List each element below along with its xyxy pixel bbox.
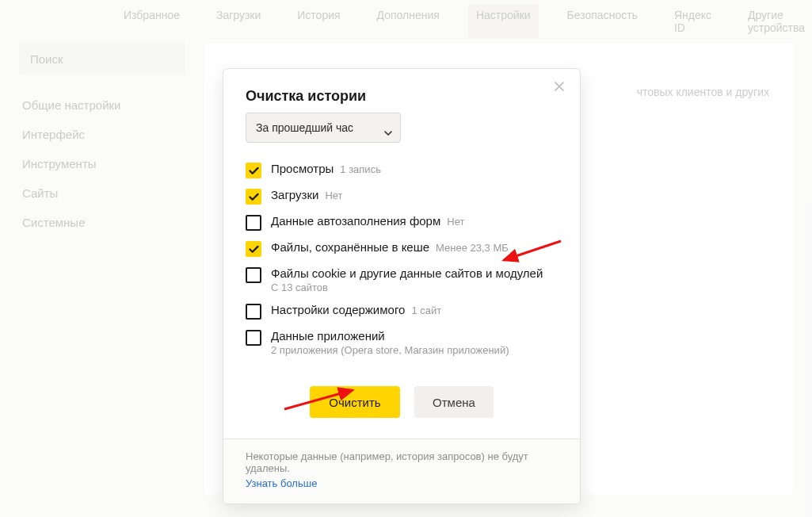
clear-button[interactable]: Очистить	[310, 386, 400, 418]
dialog-footer-note: Некоторые данные (например, история запр…	[246, 450, 558, 474]
checkbox-hint: 1 запись	[340, 163, 381, 175]
checkbox-content-settings[interactable]	[246, 304, 261, 320]
checkbox-label: Файлы cookie и другие данные сайтов и мо…	[271, 266, 543, 280]
list-item-autofill: Данные автозаполнения форм Нет	[246, 209, 558, 236]
checkbox-label: Настройки содержимого	[271, 303, 405, 316]
list-item-browsing: Просмотры 1 запись	[246, 157, 558, 183]
dialog-learn-more-link[interactable]: Узнать больше	[246, 477, 317, 489]
list-item-content-settings: Настройки содержимого 1 сайт	[246, 298, 558, 324]
checkbox-label: Данные автозаполнения форм	[271, 214, 440, 228]
checkbox-subtext: 2 приложения (Opera store, Магазин прило…	[271, 344, 509, 356]
time-range-value: За прошедший час	[256, 121, 353, 134]
checkbox-app-data[interactable]	[246, 330, 261, 346]
checkbox-cookies[interactable]	[246, 267, 261, 283]
checkbox-hint: Нет	[325, 190, 342, 201]
clear-data-list: Просмотры 1 запись Загрузки Нет	[223, 154, 580, 370]
clear-history-dialog: Очистка истории За прошедший час Просмот…	[223, 68, 581, 504]
checkbox-hint: Менее 23,3 МБ	[436, 242, 509, 254]
chevron-down-icon	[384, 125, 392, 138]
checkbox-hint: 1 сайт	[411, 304, 441, 316]
list-item-cookies: Файлы cookie и другие данные сайтов и мо…	[246, 262, 558, 298]
checkbox-downloads[interactable]	[246, 189, 261, 205]
checkbox-hint: Нет	[447, 216, 464, 228]
checkbox-label: Файлы, сохранённые в кеше	[271, 240, 429, 254]
checkbox-autofill[interactable]	[246, 215, 261, 231]
list-item-app-data: Данные приложений 2 приложения (Opera st…	[246, 324, 558, 361]
time-range-select[interactable]: За прошедший час	[246, 113, 401, 143]
close-icon[interactable]	[553, 80, 569, 96]
dialog-title: Очистка истории	[246, 88, 558, 105]
checkbox-subtext: С 13 сайтов	[271, 281, 543, 293]
checkbox-label: Просмотры	[271, 162, 334, 175]
checkbox-label: Данные приложений	[271, 329, 385, 343]
checkbox-label: Загрузки	[271, 188, 318, 201]
cancel-button[interactable]: Отмена	[414, 386, 494, 418]
list-item-cache: Файлы, сохранённые в кеше Менее 23,3 МБ	[246, 236, 558, 262]
list-item-downloads: Загрузки Нет	[246, 183, 558, 209]
checkbox-cache[interactable]	[246, 241, 261, 257]
checkbox-browsing[interactable]	[246, 163, 261, 178]
